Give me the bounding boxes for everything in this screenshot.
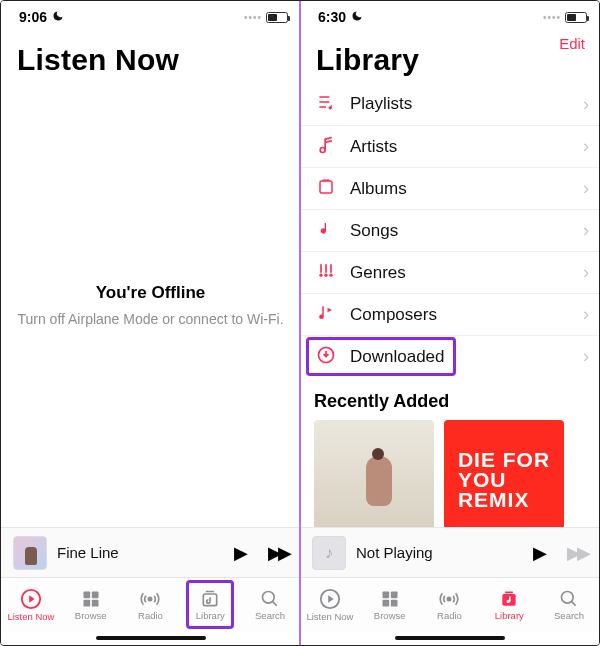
- play-icon[interactable]: ▶: [533, 542, 547, 564]
- tab-label: Browse: [374, 610, 406, 621]
- status-time: 6:30: [318, 9, 346, 25]
- svg-rect-17: [391, 591, 398, 598]
- album-text-line: YOU: [458, 470, 550, 490]
- row-genres[interactable]: Genres ›: [300, 251, 599, 293]
- svg-point-7: [263, 591, 275, 603]
- tab-label: Search: [554, 610, 584, 621]
- tab-bar: Listen Now Browse Radio Library Search: [1, 577, 300, 631]
- svg-rect-1: [83, 591, 90, 598]
- svg-rect-9: [320, 181, 332, 193]
- page-title: Library: [300, 29, 599, 83]
- battery-icon: [565, 12, 587, 23]
- tab-browse[interactable]: Browse: [360, 578, 420, 631]
- library-icon: [499, 589, 519, 609]
- tab-label: Search: [255, 610, 285, 621]
- svg-point-5: [149, 597, 152, 600]
- svg-rect-19: [391, 599, 398, 606]
- phone-listen-now: 9:06 •••• Listen Now You're Offline Turn…: [1, 1, 300, 645]
- tab-radio[interactable]: Radio: [420, 578, 480, 631]
- offline-body: Turn off Airplane Mode or connect to Wi-…: [17, 311, 283, 327]
- album-artwork[interactable]: [314, 420, 434, 527]
- album-text-line: DIE FOR: [458, 450, 550, 470]
- offline-heading: You're Offline: [96, 283, 206, 303]
- svg-rect-16: [382, 591, 389, 598]
- phone-library: 6:30 •••• Edit Library Playlists ›: [300, 1, 599, 645]
- grid-icon: [380, 589, 400, 609]
- phone-divider: [299, 1, 301, 645]
- signal-dots-icon: ••••: [543, 12, 561, 23]
- grid-icon: [81, 589, 101, 609]
- page-title: Listen Now: [1, 29, 300, 83]
- radio-icon: [139, 589, 161, 609]
- library-list: Playlists › Artists › Albums › Songs ›: [300, 83, 599, 377]
- play-circle-icon: [20, 588, 42, 610]
- library-content: Playlists › Artists › Albums › Songs ›: [300, 83, 599, 527]
- row-label: Composers: [350, 305, 437, 325]
- mini-player[interactable]: Fine Line ▶ ▶▶: [1, 527, 300, 577]
- home-indicator: [1, 631, 300, 645]
- highlight-box: [186, 580, 234, 629]
- tab-label: Listen Now: [7, 611, 54, 622]
- recently-added-grid: DIE FOR YOU REMIX: [300, 420, 599, 527]
- battery-icon: [266, 12, 288, 23]
- play-icon[interactable]: ▶: [234, 542, 248, 564]
- status-bar: 9:06 ••••: [1, 1, 300, 29]
- tab-label: Radio: [138, 610, 163, 621]
- svg-point-12: [324, 273, 327, 276]
- album-art-icon: ♪: [312, 536, 346, 570]
- row-playlists[interactable]: Playlists ›: [300, 83, 599, 125]
- next-icon[interactable]: ▶▶: [268, 542, 288, 564]
- mini-player[interactable]: ♪ Not Playing ▶ ▶▶: [300, 527, 599, 577]
- row-label: Songs: [350, 221, 398, 241]
- status-time: 9:06: [19, 9, 47, 25]
- svg-rect-10: [322, 179, 330, 181]
- tab-search[interactable]: Search: [539, 578, 599, 631]
- row-albums[interactable]: Albums ›: [300, 167, 599, 209]
- tab-search[interactable]: Search: [240, 578, 300, 631]
- chevron-right-icon: ›: [583, 178, 589, 199]
- chevron-right-icon: ›: [583, 136, 589, 157]
- status-bar: 6:30 ••••: [300, 1, 599, 29]
- tab-listen-now[interactable]: Listen Now: [300, 578, 360, 631]
- svg-rect-4: [92, 599, 99, 606]
- tab-radio[interactable]: Radio: [121, 578, 181, 631]
- moon-icon: [351, 9, 363, 25]
- chevron-right-icon: ›: [583, 220, 589, 241]
- tab-browse[interactable]: Browse: [61, 578, 121, 631]
- radio-icon: [438, 589, 460, 609]
- row-songs[interactable]: Songs ›: [300, 209, 599, 251]
- tab-label: Browse: [75, 610, 107, 621]
- chevron-right-icon: ›: [583, 304, 589, 325]
- play-circle-icon: [319, 588, 341, 610]
- svg-point-13: [329, 273, 332, 276]
- playlists-icon: [314, 92, 338, 116]
- tab-listen-now[interactable]: Listen Now: [1, 578, 61, 631]
- album-artwork[interactable]: DIE FOR YOU REMIX: [444, 420, 564, 527]
- artists-icon: [314, 135, 338, 159]
- next-icon[interactable]: ▶▶: [567, 542, 587, 564]
- tab-library[interactable]: Library: [479, 578, 539, 631]
- home-indicator: [300, 631, 599, 645]
- mini-player-track: Not Playing: [356, 544, 433, 561]
- edit-button[interactable]: Edit: [559, 35, 585, 52]
- screenshot-pair: 9:06 •••• Listen Now You're Offline Turn…: [0, 0, 600, 646]
- search-icon: [559, 589, 579, 609]
- mini-player-track: Fine Line: [57, 544, 119, 561]
- row-label: Artists: [350, 137, 397, 157]
- tab-bar: Listen Now Browse Radio Library Search: [300, 577, 599, 631]
- search-icon: [260, 589, 280, 609]
- svg-point-24: [562, 591, 574, 603]
- row-downloaded[interactable]: Downloaded ›: [300, 335, 599, 377]
- row-composers[interactable]: Composers ›: [300, 293, 599, 335]
- moon-icon: [52, 9, 64, 25]
- row-artists[interactable]: Artists ›: [300, 125, 599, 167]
- row-label: Albums: [350, 179, 407, 199]
- svg-rect-3: [83, 599, 90, 606]
- svg-point-20: [448, 597, 451, 600]
- offline-message: You're Offline Turn off Airplane Mode or…: [1, 83, 300, 527]
- row-label: Playlists: [350, 94, 412, 114]
- svg-rect-2: [92, 591, 99, 598]
- tab-library[interactable]: Library: [180, 578, 240, 631]
- genres-icon: [314, 261, 338, 285]
- chevron-right-icon: ›: [583, 346, 589, 367]
